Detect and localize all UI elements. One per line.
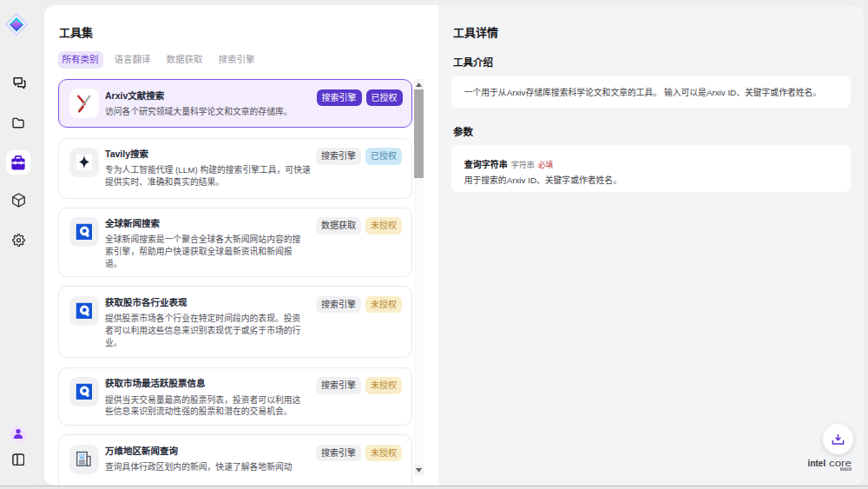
svg-text:ULTRA: ULTRA	[841, 467, 850, 471]
svg-text:intel: intel	[808, 458, 826, 468]
